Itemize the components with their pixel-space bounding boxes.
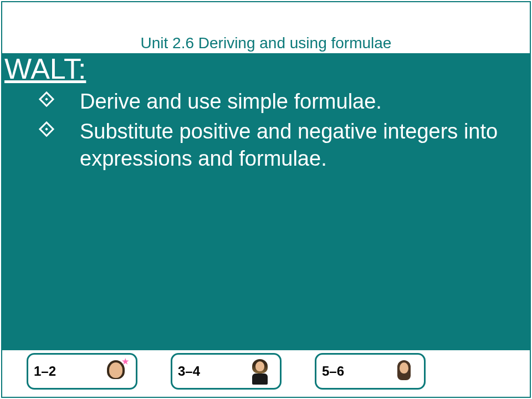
avatar-icon	[392, 359, 416, 383]
nav-button-3-4[interactable]: 3–4	[171, 353, 282, 390]
walt-heading: WALT:	[2, 53, 524, 85]
objective-text: Derive and use simple formulae.	[80, 90, 382, 113]
objective-text: Substitute positive and negative integer…	[80, 120, 498, 170]
list-item: Substitute positive and negative integer…	[41, 118, 524, 173]
nav-label: 5–6	[322, 364, 344, 379]
list-item: Derive and use simple formulae.	[41, 88, 524, 115]
objectives-list: Derive and use simple formulae. Substitu…	[2, 88, 524, 172]
unit-title: Unit 2.6 Deriving and using formulae	[141, 34, 392, 52]
content-panel: WALT: Derive and use simple formulae. Su…	[2, 53, 530, 350]
nav-footer: 1–2 3–4 5–6	[2, 349, 530, 393]
nav-button-1-2[interactable]: 1–2	[27, 353, 137, 390]
nav-label: 3–4	[178, 364, 200, 379]
diamond-bullet-icon	[39, 91, 54, 107]
avatar-icon	[248, 359, 272, 383]
diamond-bullet-icon	[39, 121, 54, 136]
slide-header: Unit 2.6 Deriving and using formulae	[2, 2, 530, 53]
avatar-icon	[104, 359, 128, 383]
slide-frame: Unit 2.6 Deriving and using formulae WAL…	[1, 1, 531, 398]
nav-button-5-6[interactable]: 5–6	[315, 353, 426, 390]
nav-label: 1–2	[34, 364, 56, 379]
